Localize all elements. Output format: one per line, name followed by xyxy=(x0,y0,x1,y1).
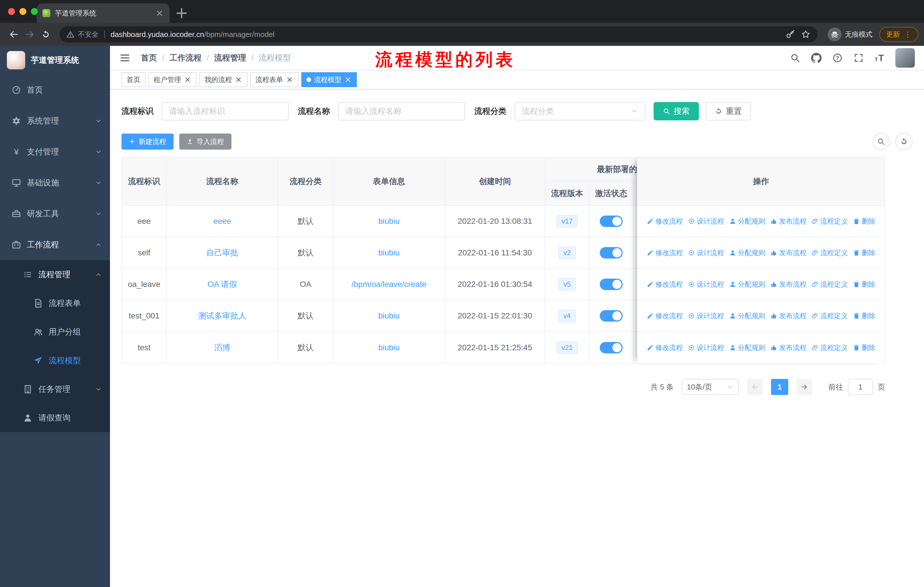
sidebar-item-devtools[interactable]: 研发工具 xyxy=(0,198,110,229)
refresh-table-button[interactable] xyxy=(895,133,912,150)
breadcrumb-item[interactable]: 流程管理 xyxy=(214,53,246,63)
delete-action[interactable]: 删除 xyxy=(853,343,875,352)
design-process-action[interactable]: 设计流程 xyxy=(688,248,724,257)
sidebar-item-leave-query[interactable]: 请假查询 xyxy=(0,403,110,432)
sidebar-item-process-mgmt[interactable]: 流程管理 xyxy=(0,260,110,289)
help-icon[interactable] xyxy=(832,53,843,63)
traffic-light-zoom[interactable] xyxy=(31,8,38,15)
reset-button[interactable]: 重置 xyxy=(706,102,751,121)
status-toggle[interactable] xyxy=(600,342,623,354)
tag-close-icon[interactable] xyxy=(184,76,191,83)
process-name-link[interactable]: 测试多审批人 xyxy=(198,311,246,321)
sidebar-item-process-form[interactable]: 流程表单 xyxy=(0,289,110,317)
sidebar-item-task-mgmt[interactable]: 任务管理 xyxy=(0,375,110,403)
sidebar-item-workflow[interactable]: 工作流程 xyxy=(0,229,110,260)
browser-menu-icon[interactable]: ⋮ xyxy=(904,30,911,39)
browser-tab[interactable]: 芋道管理系统 xyxy=(37,3,170,23)
delete-action[interactable]: 删除 xyxy=(853,280,875,289)
process-definition-action[interactable]: 流程定义 xyxy=(812,217,848,226)
current-page-button[interactable]: 1 xyxy=(771,379,788,395)
form-info-link[interactable]: biubiu xyxy=(378,248,400,257)
form-info-link[interactable]: /bpm/oa/leave/create xyxy=(351,280,426,289)
create-process-button[interactable]: 新建流程 xyxy=(121,134,173,150)
password-key-icon[interactable] xyxy=(785,30,795,39)
assign-rule-action[interactable]: 分配规则 xyxy=(729,343,765,352)
status-toggle[interactable] xyxy=(600,310,623,322)
address-bar[interactable]: 不安全 dashboard.yudao.iocoder.cn/bpm/manag… xyxy=(59,26,817,42)
new-tab-button[interactable] xyxy=(174,6,189,21)
process-definition-action[interactable]: 流程定义 xyxy=(812,343,848,352)
form-info-link[interactable]: biubiu xyxy=(378,343,400,352)
traffic-light-minimize[interactable] xyxy=(20,8,26,15)
tag-home[interactable]: 首页 xyxy=(121,72,145,87)
browser-update-button[interactable]: 更新 ⋮ xyxy=(879,27,918,42)
assign-rule-action[interactable]: 分配规则 xyxy=(729,248,765,257)
form-info-link[interactable]: biubiu xyxy=(378,311,400,321)
fullscreen-icon[interactable] xyxy=(853,53,864,63)
publish-process-action[interactable]: 发布流程 xyxy=(771,311,807,321)
page-size-select[interactable]: 10条/页 xyxy=(682,379,739,395)
sidebar-item-infra[interactable]: 基础设施 xyxy=(0,167,110,198)
status-toggle[interactable] xyxy=(600,279,623,290)
sidebar-item-process-model[interactable]: 流程模型 xyxy=(0,346,110,375)
process-id-input[interactable] xyxy=(169,107,281,116)
delete-action[interactable]: 删除 xyxy=(853,311,875,321)
tag-process-model[interactable]: 流程模型 xyxy=(301,72,357,87)
form-info-link[interactable]: biubiu xyxy=(378,217,400,226)
process-definition-action[interactable]: 流程定义 xyxy=(812,248,848,257)
process-name-link[interactable]: 自己审批 xyxy=(206,247,238,258)
tab-close-icon[interactable] xyxy=(155,9,164,18)
forward-button[interactable] xyxy=(22,26,38,42)
goto-page-input[interactable] xyxy=(848,379,873,394)
design-process-action[interactable]: 设计流程 xyxy=(688,311,724,321)
process-name-input[interactable] xyxy=(345,107,458,116)
delete-action[interactable]: 删除 xyxy=(853,217,875,226)
toggle-search-button[interactable] xyxy=(873,133,889,150)
sidebar-collapse-icon[interactable] xyxy=(119,52,130,64)
assign-rule-action[interactable]: 分配规则 xyxy=(729,311,765,321)
modify-process-action[interactable]: 修改流程 xyxy=(647,311,683,321)
tag-my-process[interactable]: 我的流程 xyxy=(200,72,248,87)
process-definition-action[interactable]: 流程定义 xyxy=(812,311,848,321)
delete-action[interactable]: 删除 xyxy=(853,248,875,257)
tag-tenant[interactable]: 租户管理 xyxy=(148,72,196,87)
modify-process-action[interactable]: 修改流程 xyxy=(647,343,683,352)
bookmark-star-icon[interactable] xyxy=(801,30,810,39)
prev-page-button[interactable] xyxy=(747,379,763,395)
github-icon[interactable] xyxy=(811,53,822,63)
import-process-button[interactable]: 导入流程 xyxy=(179,134,231,150)
search-button[interactable]: 搜索 xyxy=(653,102,699,121)
publish-process-action[interactable]: 发布流程 xyxy=(771,280,807,289)
process-category-select[interactable]: 流程分类 xyxy=(515,102,645,121)
tag-close-icon[interactable] xyxy=(235,76,242,83)
back-button[interactable] xyxy=(6,26,22,42)
process-name-link[interactable]: eeee xyxy=(213,217,231,226)
modify-process-action[interactable]: 修改流程 xyxy=(647,248,683,257)
publish-process-action[interactable]: 发布流程 xyxy=(771,217,807,226)
design-process-action[interactable]: 设计流程 xyxy=(688,217,724,226)
sidebar-item-home[interactable]: 首页 xyxy=(0,74,110,106)
modify-process-action[interactable]: 修改流程 xyxy=(647,217,683,226)
font-size-icon[interactable]: тT xyxy=(875,53,884,63)
tag-close-icon[interactable] xyxy=(286,76,293,83)
sidebar-item-user-group[interactable]: 用户分组 xyxy=(0,317,110,346)
traffic-light-close[interactable] xyxy=(8,8,15,15)
status-toggle[interactable] xyxy=(600,215,623,227)
process-name-link[interactable]: 滔博 xyxy=(214,342,230,353)
status-toggle[interactable] xyxy=(600,247,623,258)
sidebar-item-payment[interactable]: ¥ 支付管理 xyxy=(0,136,110,167)
assign-rule-action[interactable]: 分配规则 xyxy=(729,280,765,289)
security-indicator[interactable]: 不安全 xyxy=(66,30,99,39)
user-avatar[interactable] xyxy=(895,48,915,68)
sidebar-item-system[interactable]: 系统管理 xyxy=(0,106,110,136)
assign-rule-action[interactable]: 分配规则 xyxy=(729,217,765,226)
design-process-action[interactable]: 设计流程 xyxy=(688,343,724,352)
breadcrumb-item[interactable]: 首页 xyxy=(141,53,157,63)
tag-close-icon[interactable] xyxy=(344,76,352,83)
breadcrumb-item[interactable]: 工作流程 xyxy=(170,53,201,63)
process-name-link[interactable]: OA 请假 xyxy=(208,279,237,290)
publish-process-action[interactable]: 发布流程 xyxy=(771,248,807,257)
reload-button[interactable] xyxy=(38,26,54,42)
design-process-action[interactable]: 设计流程 xyxy=(688,280,724,289)
process-definition-action[interactable]: 流程定义 xyxy=(812,280,848,289)
